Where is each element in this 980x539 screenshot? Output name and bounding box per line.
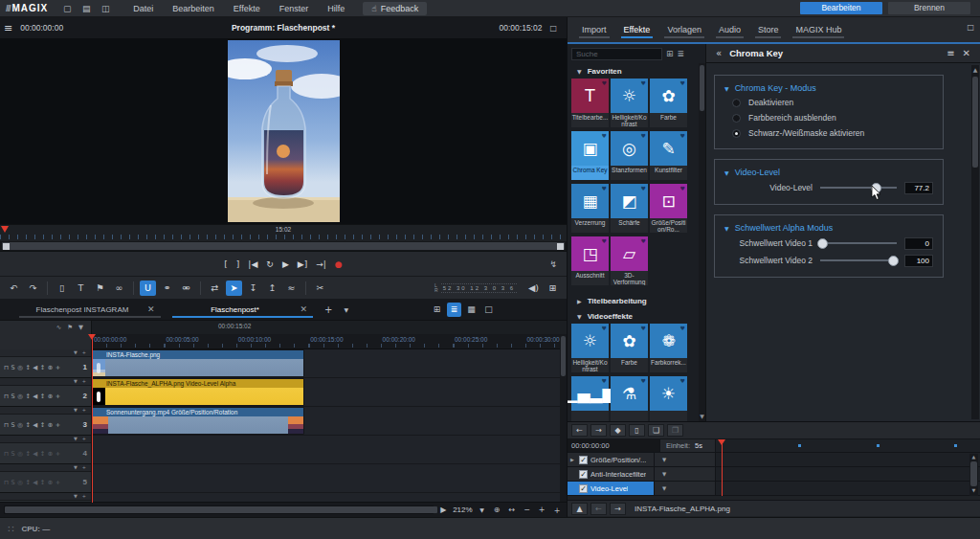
effect-enabled-checkbox[interactable]: ✓ (579, 470, 588, 479)
menu-effekte[interactable]: Effekte (225, 2, 269, 15)
track-expand-icon[interactable]: + (82, 465, 86, 470)
radio-option-schwarz-wei-maske-aktivieren[interactable]: Schwarz-/Weißmaske aktivieren (724, 125, 933, 141)
keyframe-unit[interactable]: Einheit:5s (660, 439, 716, 452)
keyframe-lane[interactable] (716, 467, 967, 481)
keyframe-scroll-handle[interactable] (970, 461, 977, 486)
curve-dropdown-icon[interactable]: ▼ (654, 453, 716, 466)
zoom-out-button[interactable]: − (522, 505, 533, 514)
menu-bearbeiten[interactable]: Bearbeiten (164, 2, 223, 15)
kf-copy-button[interactable]: ❏ (648, 424, 664, 437)
track-move-icon[interactable]: ⊕ (48, 421, 53, 429)
effect-tile-titelbearbeitung[interactable]: T♥Titelbearbe... (571, 79, 609, 127)
track-lock-icon[interactable]: ⊓ (4, 364, 9, 371)
preview-scrubber[interactable]: 15:02 (0, 224, 567, 241)
vscroll-handle[interactable] (561, 336, 566, 376)
section-toggle-icon[interactable]: ▶ (577, 298, 582, 304)
track-solo-icon[interactable]: S (11, 450, 15, 458)
feedback-button[interactable]: ☝ Feedback (363, 2, 427, 15)
group-collapse-icon[interactable]: ▼ (724, 169, 729, 176)
track-video-eye-icon[interactable]: ◎ (17, 364, 23, 371)
effects-scrollbar[interactable]: ▼ (699, 63, 705, 421)
keyframe-lane[interactable] (716, 453, 967, 466)
kf-parent-object-button[interactable]: ▲ (571, 503, 588, 515)
track-keyframe-icon[interactable]: ↕ (25, 393, 30, 400)
scroll-down-icon[interactable]: ▼ (969, 487, 978, 494)
pool-tab-store[interactable]: Store (749, 19, 788, 42)
effect-enabled-checkbox[interactable]: ✓ (579, 484, 588, 493)
curve-dropdown-icon[interactable]: ▼ (654, 482, 716, 495)
track-minimize-icon[interactable]: ▼ (74, 379, 78, 384)
timeline-playhead[interactable] (92, 334, 93, 503)
close-panel-icon[interactable]: ✕ (963, 48, 970, 58)
effect-tile-ausschnitt[interactable]: ◳♥Ausschnitt (571, 236, 609, 285)
section-toggle-icon[interactable]: ▼ (577, 68, 582, 75)
effect-tile-kuenstliches-licht[interactable]: ☀♥ (650, 376, 687, 421)
section-toggle-icon[interactable]: ▼ (577, 313, 582, 320)
track-header-4[interactable]: ▼+⊓S◎↕◀↕⊕+4 (0, 436, 92, 464)
list-view-icon[interactable]: ≣ (678, 49, 685, 58)
track-expand-icon[interactable]: + (82, 379, 86, 384)
track-keyframe-icon[interactable]: ↕ (25, 479, 30, 486)
jump-end-button[interactable]: →| (316, 259, 326, 269)
effect-tile-stanzformen[interactable]: ◎♥Stanzformen (611, 131, 648, 180)
radio-icon[interactable] (732, 129, 741, 138)
track-minimize-icon[interactable]: ▼ (74, 350, 78, 355)
track-video-eye-icon[interactable]: ◎ (17, 421, 23, 429)
pool-tab-audio[interactable]: Audio (710, 19, 749, 42)
scene-overview-button[interactable]: ⊞ (430, 303, 444, 317)
timeline-ruler[interactable]: 00:00:00:0000:00:05:0000:00:10:0000:00:1… (92, 334, 567, 349)
track-expand-icon[interactable]: + (82, 437, 86, 441)
track-solo-icon[interactable]: S (11, 393, 15, 400)
track-curve-icon[interactable]: ∿ (56, 324, 61, 331)
track-height-icon[interactable]: ↕ (40, 450, 45, 458)
track-add-icon[interactable]: + (56, 450, 60, 458)
slider-value[interactable]: 100 (904, 255, 933, 267)
track-minimize-icon[interactable]: ▼ (74, 494, 78, 499)
group-button[interactable]: ⚭ (159, 281, 175, 296)
track-lane-5[interactable] (92, 464, 560, 493)
track-flag-icon[interactable]: ⚑ (67, 324, 73, 331)
effect-tile-farbkorrektur[interactable]: ❁♥Farbkorrek... (650, 324, 687, 372)
track-keyframe-icon[interactable]: ↕ (25, 364, 30, 371)
timeline-clip-sonnenuntergang-mp4[interactable]: Sonnenuntergang.mp4 Größe/Position/Rotat… (92, 407, 304, 435)
timeline-range-strip[interactable]: 00:00:15:02 (92, 321, 567, 334)
slider-schwellwert-video-2[interactable] (820, 254, 897, 267)
effect-tile-helligkeit-kontrast[interactable]: ☼♥Helligkeit/Kontrast (611, 79, 648, 127)
audio-sync-button[interactable]: ∞ (111, 281, 127, 296)
track-height-icon[interactable]: ↕ (40, 479, 45, 486)
group-collapse-icon[interactable]: ▼ (724, 85, 729, 92)
effect-panel-scrollbar[interactable]: ▲ (971, 65, 979, 419)
slider-handle[interactable] (888, 256, 899, 266)
preview-range-bar[interactable] (0, 241, 567, 251)
mixer-button[interactable]: ⊞ (545, 281, 561, 296)
effect-tile-schaerfe[interactable]: ◩♥Schärfe (611, 184, 648, 233)
track-lock-icon[interactable]: ⊓ (4, 479, 9, 486)
mouse-mode-curves-button[interactable]: ≈ (283, 281, 300, 296)
undo-button[interactable]: ↶ (6, 281, 22, 296)
timeline-vertical-scrollbar[interactable] (560, 334, 567, 503)
timeline-view-button[interactable]: ≣ (447, 303, 461, 317)
timeline-horizontal-scrollbar[interactable] (4, 505, 434, 514)
section-header-favoriten[interactable]: ▼Favoriten (568, 63, 699, 79)
pool-tab-effekte[interactable]: Effekte (615, 19, 659, 42)
track-move-icon[interactable]: ⊕ (48, 479, 53, 486)
kf-next-button[interactable]: → (590, 424, 607, 437)
title-editor-button[interactable]: T (73, 281, 89, 296)
track-expand-icon[interactable]: + (82, 350, 86, 355)
effect-tile-histogramm[interactable]: ▁▄▂▆♥ (571, 376, 609, 421)
track-mute-icon[interactable]: ◀ (33, 450, 37, 458)
snap-magnet-button[interactable]: U (140, 281, 156, 296)
effect-tile-chroma-key[interactable]: ▣♥Chroma Key (571, 131, 609, 180)
keyframe-row-anti-interlacefilter[interactable]: ✓Anti-Interlacefilter▼ (568, 467, 980, 482)
timeline-options-icon[interactable]: ▼ (78, 324, 83, 331)
new-project-icon[interactable]: ▢ (59, 2, 75, 15)
grid-dots-icon[interactable]: ∷ (8, 524, 13, 534)
preview-menu-icon[interactable]: ≡ (4, 22, 12, 34)
track-solo-icon[interactable]: S (11, 479, 15, 486)
play-button[interactable]: ▶ (282, 259, 289, 269)
slider-video-level[interactable] (820, 181, 897, 194)
mouse-mode-stretch-button[interactable]: ↥ (264, 281, 280, 296)
effect-tile-groesse-position-rotation[interactable]: ⊡♥Größe/Position/Ro... (650, 184, 687, 233)
kf-prev-object-button[interactable]: ← (590, 503, 607, 515)
scroll-up-icon[interactable]: ▲ (969, 454, 978, 460)
